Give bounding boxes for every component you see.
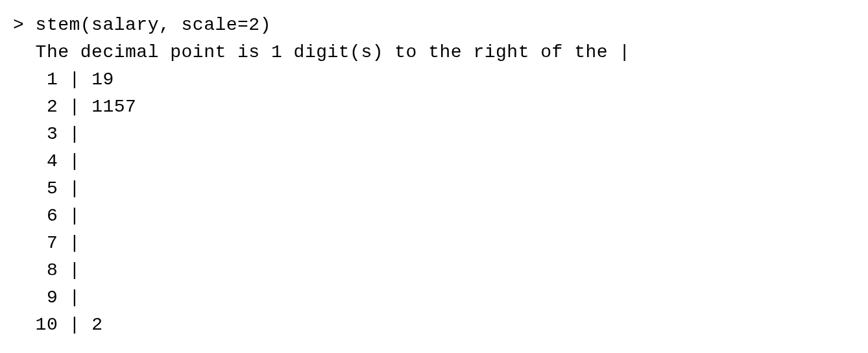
info-indent bbox=[13, 42, 36, 62]
stem-value: 10 bbox=[36, 315, 58, 335]
stem-value: 3 bbox=[36, 124, 58, 144]
info-line: The decimal point is 1 digit(s) to the r… bbox=[13, 39, 855, 66]
stem-separator: | bbox=[58, 124, 91, 144]
stem-value: 6 bbox=[36, 206, 58, 226]
stem-value: 1 bbox=[36, 69, 58, 90]
row-indent bbox=[13, 233, 36, 253]
stem-separator: | bbox=[58, 315, 91, 335]
stem-row: 5 | bbox=[13, 175, 855, 202]
stem-separator: | bbox=[58, 178, 91, 199]
stem-row: 10 | 2 bbox=[13, 311, 855, 339]
command-line: > stem(salary, scale=2) bbox=[13, 12, 855, 39]
row-indent bbox=[13, 206, 36, 226]
stem-value: 8 bbox=[36, 260, 58, 280]
stem-value: 2 bbox=[36, 97, 58, 117]
row-indent bbox=[13, 69, 36, 90]
stem-row: 2 | 1157 bbox=[13, 93, 855, 121]
stem-value: 5 bbox=[36, 178, 58, 199]
stem-separator: | bbox=[58, 287, 91, 308]
stem-separator: | bbox=[58, 69, 91, 90]
row-indent bbox=[13, 260, 36, 280]
row-indent bbox=[13, 124, 36, 144]
stem-row: 4 | bbox=[13, 148, 855, 175]
row-indent bbox=[13, 287, 36, 308]
row-indent bbox=[13, 178, 36, 199]
stem-row: 3 | bbox=[13, 121, 855, 148]
stem-separator: | bbox=[58, 260, 91, 280]
prompt-symbol: > bbox=[13, 15, 36, 35]
stem-row: 9 | bbox=[13, 284, 855, 311]
stem-value: 9 bbox=[36, 287, 58, 308]
stem-row: 1 | 19 bbox=[13, 66, 855, 93]
row-indent bbox=[13, 315, 36, 335]
stem-value: 7 bbox=[36, 233, 58, 253]
stem-row: 7 | bbox=[13, 230, 855, 257]
stem-separator: | bbox=[58, 206, 91, 226]
leaves-value: 2 bbox=[91, 315, 102, 335]
leaves-value: 1157 bbox=[91, 97, 136, 117]
stem-row: 6 | bbox=[13, 202, 855, 230]
info-text: The decimal point is 1 digit(s) to the r… bbox=[36, 42, 631, 62]
stem-separator: | bbox=[58, 97, 91, 117]
command-text: stem(salary, scale=2) bbox=[36, 15, 271, 35]
stem-separator: | bbox=[58, 151, 91, 171]
stem-leaf-rows: 1 | 19 2 | 1157 3 | 4 | 5 | 6 | 7 | 8 | … bbox=[13, 66, 855, 339]
stem-value: 4 bbox=[36, 151, 58, 171]
stem-row: 8 | bbox=[13, 257, 855, 284]
leaves-value: 19 bbox=[91, 69, 114, 90]
stem-separator: | bbox=[58, 233, 91, 253]
row-indent bbox=[13, 151, 36, 171]
row-indent bbox=[13, 97, 36, 117]
